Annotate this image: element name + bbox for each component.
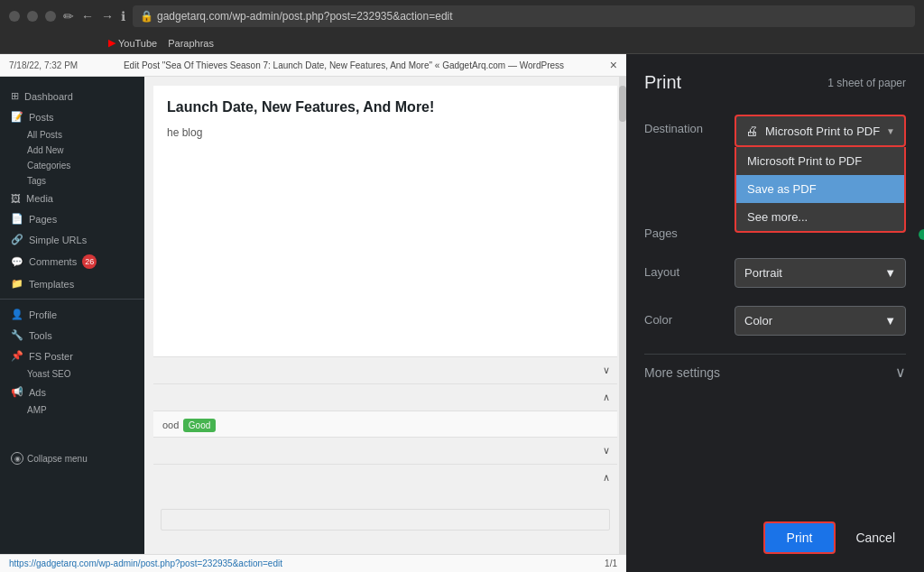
- sidebar-item-comments[interactable]: 💬 Comments 26: [0, 250, 144, 273]
- ads-icon: 📢: [11, 386, 23, 398]
- layout-control[interactable]: Portrait ▼: [735, 258, 906, 288]
- print-button[interactable]: Print: [763, 521, 836, 554]
- wp-good-area: ood Good: [153, 411, 617, 437]
- address-text: gadgetarq.com/wp-admin/post.php?post=232…: [157, 10, 453, 23]
- dropdown-save-pdf[interactable]: Save as PDF: [736, 175, 904, 203]
- dropdown-microsoft-pdf[interactable]: Microsoft Print to PDF: [736, 147, 904, 175]
- chevron-up-icon: ∧: [603, 392, 610, 403]
- forward-btn[interactable]: →: [101, 9, 114, 23]
- bookmark-paraphras[interactable]: Paraphras: [168, 38, 214, 49]
- posts-icon: 📝: [11, 111, 23, 123]
- wp-ads-section[interactable]: ∨: [153, 437, 617, 464]
- bookmarks-bar: ▶ YouTube Paraphras: [0, 32, 924, 54]
- preview-close-btn[interactable]: ×: [610, 58, 617, 72]
- sidebar-item-media[interactable]: 🖼 Media: [0, 189, 144, 208]
- more-settings-chevron: ∨: [895, 364, 906, 381]
- wp-body-text: he blog: [167, 126, 604, 139]
- wp-main: ⊞ Dashboard 📝 Posts All Posts Add New Ca…: [0, 77, 626, 554]
- wp-heading: Launch Date, New Features, And More!: [167, 99, 604, 115]
- pencil-icon[interactable]: ✏: [63, 9, 74, 23]
- lock-icon: 🔒: [140, 10, 153, 23]
- browser-maximize[interactable]: [27, 11, 38, 22]
- color-label: Color: [644, 306, 735, 327]
- cancel-button[interactable]: Cancel: [845, 523, 906, 552]
- fsposter-icon: 📌: [11, 350, 23, 362]
- wp-section-up[interactable]: ∧: [153, 383, 617, 411]
- browser-close[interactable]: [45, 11, 56, 22]
- bookmark-youtube[interactable]: ▶ YouTube: [108, 37, 157, 49]
- wp-input-field[interactable]: [161, 509, 610, 530]
- preview-date: 7/18/22, 7:32 PM: [9, 60, 78, 70]
- destination-dropdown: Microsoft Print to PDF Save as PDF See m…: [735, 147, 906, 233]
- wp-amp-section[interactable]: ∧: [153, 464, 617, 491]
- address-bar[interactable]: 🔒 gadgetarq.com/wp-admin/post.php?post=2…: [133, 5, 915, 27]
- chevron-up2-icon: ∧: [603, 472, 610, 484]
- sidebar-item-dashboard[interactable]: ⊞ Dashboard: [0, 86, 144, 106]
- color-row: Color Color ▼: [644, 306, 906, 336]
- templates-icon: 📁: [11, 278, 23, 290]
- wp-section-down[interactable]: ∨: [153, 356, 617, 383]
- wp-bottom-bar: https://gadgetarq.com/wp-admin/post.php?…: [0, 554, 626, 572]
- wp-preview: 7/18/22, 7:32 PM Edit Post "Sea Of Thiev…: [0, 54, 626, 572]
- media-icon: 🖼: [11, 193, 21, 204]
- layout-label: Layout: [644, 258, 735, 279]
- preview-title: Edit Post "Sea Of Thieves Season 7: Laun…: [78, 60, 610, 70]
- destination-control: 🖨 Microsoft Print to PDF ▼ Microsoft Pri…: [735, 115, 906, 147]
- chevron-down-icon: ∨: [603, 364, 610, 376]
- good-text: ood: [162, 420, 179, 430]
- sidebar-item-profile[interactable]: 👤 Profile: [0, 304, 144, 325]
- sidebar-sub-amp[interactable]: AMP: [0, 402, 144, 418]
- wp-sidebar: ⊞ Dashboard 📝 Posts All Posts Add New Ca…: [0, 77, 144, 554]
- wp-editor[interactable]: Launch Date, New Features, And More! he …: [153, 86, 617, 356]
- sidebar-item-ads[interactable]: 📢 Ads: [0, 382, 144, 402]
- color-chevron: ▼: [884, 314, 896, 328]
- print-panel: Print 1 sheet of paper Destination 🖨 Mic…: [626, 54, 924, 572]
- sidebar-sub-yoastseo[interactable]: Yoast SEO: [0, 366, 144, 382]
- color-select[interactable]: Color ▼: [735, 306, 906, 336]
- print-title: Print: [644, 72, 681, 93]
- pages-label: Pages: [644, 219, 735, 240]
- sidebar-item-fsposter[interactable]: 📌 FS Poster: [0, 346, 144, 366]
- sidebar-item-posts[interactable]: 📝 Posts: [0, 106, 144, 127]
- green-status-dot: [919, 229, 924, 240]
- destination-btn-left: 🖨 Microsoft Print to PDF: [745, 124, 880, 138]
- sidebar-sub-allposts[interactable]: All Posts: [0, 127, 144, 143]
- destination-value: Microsoft Print to PDF: [765, 125, 880, 138]
- color-control[interactable]: Color ▼: [735, 306, 906, 336]
- layout-row: Layout Portrait ▼: [644, 258, 906, 288]
- sidebar-sub-categories[interactable]: Categories: [0, 158, 144, 173]
- profile-icon: 👤: [11, 309, 23, 320]
- destination-label: Destination: [644, 115, 735, 135]
- dashboard-icon: ⊞: [11, 90, 19, 102]
- sidebar-sub-addnew[interactable]: Add New: [0, 143, 144, 158]
- layout-chevron: ▼: [884, 266, 896, 280]
- sidebar-item-simpleurls[interactable]: 🔗 Simple URLs: [0, 229, 144, 250]
- print-actions: Print Cancel: [763, 521, 906, 554]
- collapse-menu-btn[interactable]: ◉ Collapse menu: [0, 445, 144, 472]
- browser-minimize[interactable]: [9, 11, 20, 22]
- pages-icon: 📄: [11, 213, 23, 225]
- chevron-down-icon: ▼: [886, 126, 895, 136]
- wp-content-area: Launch Date, New Features, And More! he …: [144, 77, 626, 554]
- color-value: Color: [744, 314, 772, 328]
- dropdown-see-more[interactable]: See more...: [736, 203, 904, 231]
- destination-dropdown-btn[interactable]: 🖨 Microsoft Print to PDF ▼: [735, 115, 906, 147]
- sidebar-sub-tags[interactable]: Tags: [0, 173, 144, 189]
- more-settings-row[interactable]: More settings ∨: [644, 354, 906, 390]
- wp-scrollbar[interactable]: [619, 77, 626, 554]
- more-settings-label: More settings: [644, 365, 720, 380]
- browser-chrome: ✏ ← → ℹ 🔒 gadgetarq.com/wp-admin/post.ph…: [0, 0, 924, 32]
- printer-icon: 🖨: [745, 124, 758, 138]
- youtube-icon: ▶: [108, 37, 116, 49]
- info-btn[interactable]: ℹ: [121, 9, 125, 23]
- collapse-menu-icon: ◉: [11, 452, 23, 465]
- wp-scrollbar-thumb: [619, 86, 626, 122]
- sidebar-item-templates[interactable]: 📁 Templates: [0, 273, 144, 294]
- sidebar-item-tools[interactable]: 🔧 Tools: [0, 325, 144, 346]
- simpleurls-icon: 🔗: [11, 234, 23, 245]
- wp-url: https://gadgetarq.com/wp-admin/post.php?…: [9, 558, 282, 568]
- sidebar-item-pages[interactable]: 📄 Pages: [0, 208, 144, 229]
- destination-row: Destination 🖨 Microsoft Print to PDF ▼ M…: [644, 115, 906, 147]
- back-btn[interactable]: ←: [81, 9, 94, 23]
- layout-select[interactable]: Portrait ▼: [735, 258, 906, 288]
